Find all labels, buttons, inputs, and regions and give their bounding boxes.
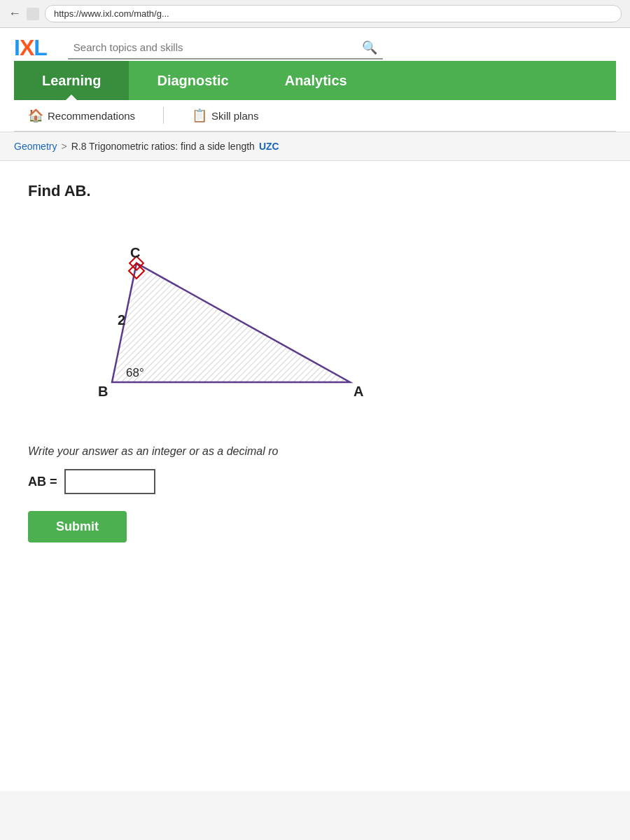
vertex-b-label: B [98, 384, 108, 399]
problem-title: Find AB. [28, 182, 609, 200]
vertex-a-label: A [354, 384, 363, 399]
sub-nav-divider [163, 107, 164, 124]
skill-plans-link[interactable]: 📋 Skill plans [192, 108, 259, 123]
instruction-text: Write your answer as an integer or as a … [28, 445, 609, 458]
tab-learning[interactable]: Learning [14, 61, 129, 100]
search-button[interactable]: 🔍 [362, 40, 377, 55]
brand-l: L [34, 35, 47, 61]
sub-nav: 🏠 Recommendations 📋 Skill plans [14, 100, 616, 132]
breadcrumb-geometry[interactable]: Geometry [14, 141, 57, 152]
top-nav: I X L 🔍 Learning Diagnostic Analytics 🏠 … [0, 28, 630, 132]
vertex-c-label: C [130, 245, 140, 260]
back-button[interactable]: ← [8, 6, 21, 21]
recommendations-label: Recommendations [48, 110, 135, 122]
url-bar[interactable]: https://www.ixl.com/math/g... [45, 5, 622, 22]
tab-analytics[interactable]: Analytics [257, 61, 375, 100]
breadcrumb-chevron: > [61, 141, 66, 152]
answer-section: Write your answer as an integer or as a … [28, 445, 609, 542]
browser-bar: ← https://www.ixl.com/math/g... [0, 0, 630, 28]
brand-logo: I X L [14, 35, 47, 61]
brand-x: X [20, 35, 34, 61]
angle-label: 68° [126, 366, 144, 379]
triangle-fill [112, 263, 350, 382]
skill-plans-label: Skill plans [211, 110, 259, 122]
search-input[interactable] [74, 41, 362, 53]
brand-i: I [14, 35, 20, 61]
main-content: Find AB. 2 68° [0, 161, 630, 791]
submit-button[interactable]: Submit [28, 511, 127, 542]
recommendations-link[interactable]: 🏠 Recommendations [28, 108, 135, 123]
triangle-diagram: 2 68° C B A [56, 221, 406, 431]
tab-icon [27, 8, 39, 20]
breadcrumb: Geometry > R.8 Trigonometric ratios: fin… [0, 132, 630, 161]
answer-label: AB = [28, 475, 57, 489]
skill-plans-icon: 📋 [192, 108, 207, 123]
tab-diagnostic[interactable]: Diagnostic [129, 61, 256, 100]
answer-row: AB = [28, 469, 609, 494]
green-nav: Learning Diagnostic Analytics [14, 61, 616, 100]
breadcrumb-code: UZC [259, 141, 279, 152]
triangle-svg: 2 68° C B A [56, 221, 406, 417]
recommendations-icon: 🏠 [28, 108, 43, 123]
side-label: 2 [118, 312, 125, 328]
search-bar[interactable]: 🔍 [68, 37, 383, 59]
breadcrumb-skill: R.8 Trigonometric ratios: find a side le… [71, 141, 255, 152]
answer-input[interactable] [64, 469, 155, 494]
